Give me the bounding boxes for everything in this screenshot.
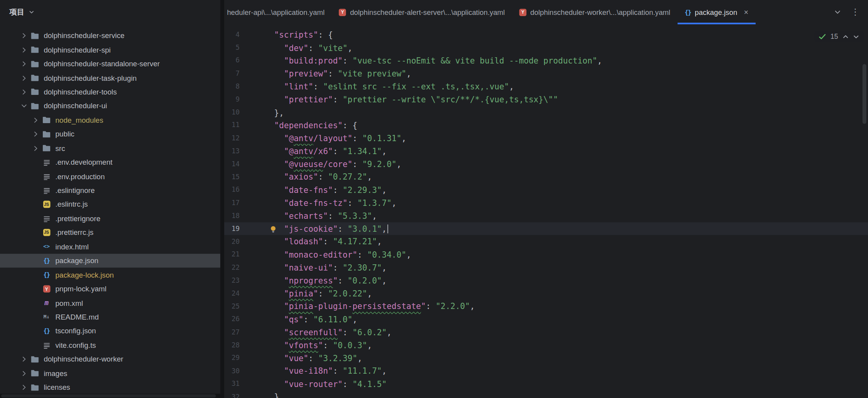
code-line-30[interactable]: 30 "vue-i18n": "11.1.7", <box>224 364 868 377</box>
chevron-right-icon[interactable] <box>19 87 29 97</box>
tree-item-dolphinscheduler-ui[interactable]: dolphinscheduler-ui <box>0 99 220 113</box>
tab-list-chevron-down-icon[interactable] <box>834 8 842 16</box>
chevron-right-icon[interactable] <box>19 354 29 365</box>
tab-dolphinscheduler-alert-server-application-yaml[interactable]: Ydolphinscheduler-alert-server\...\appli… <box>332 0 512 24</box>
chevron-right-icon[interactable] <box>19 368 29 379</box>
code-line-21[interactable]: 21 "monaco-editor": "0.34.0", <box>224 248 868 261</box>
code-line-8[interactable]: 8 "lint": "eslint src --fix --ext .ts,.t… <box>224 80 868 93</box>
tree-item-prettierrc-js[interactable]: JS.prettierrc.js <box>0 225 220 240</box>
tree-item-readme-md[interactable]: M↓README.md <box>0 310 220 324</box>
intention-bulb-icon[interactable] <box>270 225 277 233</box>
folder-icon <box>30 73 40 83</box>
tree-item-label: dolphinscheduler-service <box>44 32 124 40</box>
chevron-right-icon[interactable] <box>19 73 29 83</box>
chevron-right-icon[interactable] <box>31 115 41 125</box>
code-line-10[interactable]: 10 }, <box>224 106 868 119</box>
tree-item-eslintrc-js[interactable]: JS.eslintrc.js <box>0 198 220 212</box>
more-options-icon[interactable]: ⋮ <box>851 8 860 17</box>
tree-item-env-development[interactable]: .env.development <box>0 155 220 169</box>
tree-item-label: .env.development <box>55 158 112 167</box>
code-token: "3.0.1" <box>347 224 382 233</box>
code-token: , <box>347 43 352 52</box>
tree-item-package-lock-json[interactable]: {}package-lock.json <box>0 268 220 282</box>
tree-item-licenses[interactable]: licenses <box>0 380 220 394</box>
editor-vertical-scrollbar-thumb[interactable] <box>863 64 866 124</box>
chevron-spacer <box>31 213 41 224</box>
chevron-down-icon[interactable] <box>19 101 29 111</box>
tree-item-src[interactable]: src <box>0 141 220 155</box>
code-line-7[interactable]: 7 "preview": "vite preview", <box>224 67 868 80</box>
code-line-5[interactable]: 5 "dev": "vite", <box>224 41 868 54</box>
tree-item-env-production[interactable]: .env.production <box>0 169 220 184</box>
code-line-11[interactable]: 11 "dependencies": { <box>224 119 868 132</box>
tree-item-dolphinscheduler-task-plugin[interactable]: dolphinscheduler-task-plugin <box>0 71 220 85</box>
code-line-18[interactable]: 18 "echarts": "5.3.3", <box>224 209 868 222</box>
code-line-31[interactable]: 31 "vue-router": "4.1.5" <box>224 377 868 390</box>
tree-item-package-json[interactable]: {}package.json <box>0 254 220 268</box>
tree-item-pnpm-lock-yaml[interactable]: Ypnpm-lock.yaml <box>0 282 220 296</box>
prev-problem-chevron-up-icon[interactable] <box>842 33 849 40</box>
tree-item-pom-xml[interactable]: mpom.xml <box>0 296 220 310</box>
code-line-29[interactable]: 29 "vue": "3.2.39", <box>224 351 868 364</box>
tree-horizontal-scrollbar[interactable] <box>0 394 220 398</box>
code-line-6[interactable]: 6 "build:prod": "vue-tsc --noEmit && vit… <box>224 54 868 67</box>
code-line-16[interactable]: 16 "date-fns": "2.29.3", <box>224 184 868 196</box>
next-problem-chevron-down-icon[interactable] <box>853 33 859 40</box>
code-line-26[interactable]: 26 "qs": "6.11.0", <box>224 313 868 326</box>
chevron-right-icon[interactable] <box>31 129 41 140</box>
chevron-right-icon[interactable] <box>31 143 41 154</box>
chevron-right-icon[interactable] <box>19 31 29 41</box>
chevron-right-icon[interactable] <box>19 382 29 393</box>
tree-item-eslintignore[interactable]: .eslintignore <box>0 184 220 198</box>
project-panel-header[interactable]: 项目 <box>0 0 220 24</box>
chevron-right-icon[interactable] <box>19 45 29 55</box>
code-line-27[interactable]: 27 "screenfull": "6.0.2", <box>224 326 868 339</box>
code-line-20[interactable]: 20 "lodash": "4.17.21", <box>224 235 868 248</box>
tab-package-json[interactable]: {}package.json× <box>678 0 756 24</box>
tree-item-tsconfig-json[interactable]: {}tsconfig.json <box>0 324 220 338</box>
code-line-text: "echarts": "5.3.3", <box>240 211 377 220</box>
tree-item-dolphinscheduler-worker[interactable]: dolphinscheduler-worker <box>0 352 220 366</box>
code-line-14[interactable]: 14 "@vueuse/core": "9.2.0", <box>224 158 868 171</box>
code-editor[interactable]: 15 4 "scripts": {5 "dev": "vite",6 "buil… <box>224 24 868 398</box>
tab-heduler-api-application-yaml[interactable]: heduler-api\...\application.yaml <box>224 0 332 24</box>
code-token: "vue-router" <box>264 379 343 389</box>
close-icon[interactable]: × <box>744 8 749 16</box>
code-line-text: "vue": "3.2.39", <box>240 353 362 363</box>
inspection-count: 15 <box>830 33 838 40</box>
panel-divider[interactable] <box>220 0 224 398</box>
tree-item-public[interactable]: public <box>0 127 220 141</box>
code-line-12[interactable]: 12 "@antv/layout": "0.1.31", <box>224 132 868 145</box>
code-token: nprogress <box>289 276 333 285</box>
code-token: "prettier --write \"src/**/*.{vue,ts,tsx… <box>343 95 558 104</box>
code-line-17[interactable]: 17 "date-fns-tz": "1.3.7", <box>224 196 868 209</box>
code-line-19[interactable]: 19 "js-cookie": "3.0.1", <box>224 222 868 235</box>
code-line-22[interactable]: 22 "naive-ui": "2.30.7", <box>224 261 868 274</box>
code-line-23[interactable]: 23 "nprogress": "0.2.0", <box>224 274 868 287</box>
code-token: : <box>313 82 323 91</box>
tree-item-dolphinscheduler-tools[interactable]: dolphinscheduler-tools <box>0 85 220 99</box>
tree-item-dolphinscheduler-service[interactable]: dolphinscheduler-service <box>0 29 220 43</box>
code-line-13[interactable]: 13 "@antv/x6": "1.34.1", <box>224 145 868 158</box>
code-line-text: "nprogress": "0.2.0", <box>240 276 387 285</box>
inspections-widget[interactable]: 15 <box>814 31 863 42</box>
tree-item-dolphinscheduler-spi[interactable]: dolphinscheduler-spi <box>0 43 220 57</box>
code-line-4[interactable]: 4 "scripts": { <box>224 28 868 41</box>
tree-item-prettierignore[interactable]: .prettierignore <box>0 212 220 226</box>
code-line-24[interactable]: 24 "pinia": "2.0.22", <box>224 287 868 300</box>
tab-dolphinscheduler-worker-application-yaml[interactable]: Ydolphinscheduler-worker\...\application… <box>512 0 677 24</box>
code-line-15[interactable]: 15 "axios": "0.27.2", <box>224 171 868 184</box>
code-line-32[interactable]: 32 }, <box>224 390 868 398</box>
tree-item-dolphinscheduler-standalone-server[interactable]: dolphinscheduler-standalone-server <box>0 57 220 71</box>
tree-item-node-modules[interactable]: node_modules <box>0 113 220 127</box>
code-line-28[interactable]: 28 "vfonts": "0.0.3", <box>224 338 868 351</box>
tree-item-images[interactable]: images <box>0 366 220 380</box>
tree-horizontal-scrollbar-thumb[interactable] <box>1 394 216 397</box>
code-line-25[interactable]: 25 "pinia-plugin-persistedstate": "2.2.0… <box>224 300 868 313</box>
tree-item-vite-config-ts[interactable]: vite.config.ts <box>0 338 220 352</box>
chevron-right-icon[interactable] <box>19 59 29 69</box>
code-token: /x6" <box>313 146 333 156</box>
tree-item-index-html[interactable]: <>index.html <box>0 240 220 254</box>
code-token: , <box>367 340 372 350</box>
code-line-9[interactable]: 9 "prettier": "prettier --write \"src/**… <box>224 93 868 106</box>
